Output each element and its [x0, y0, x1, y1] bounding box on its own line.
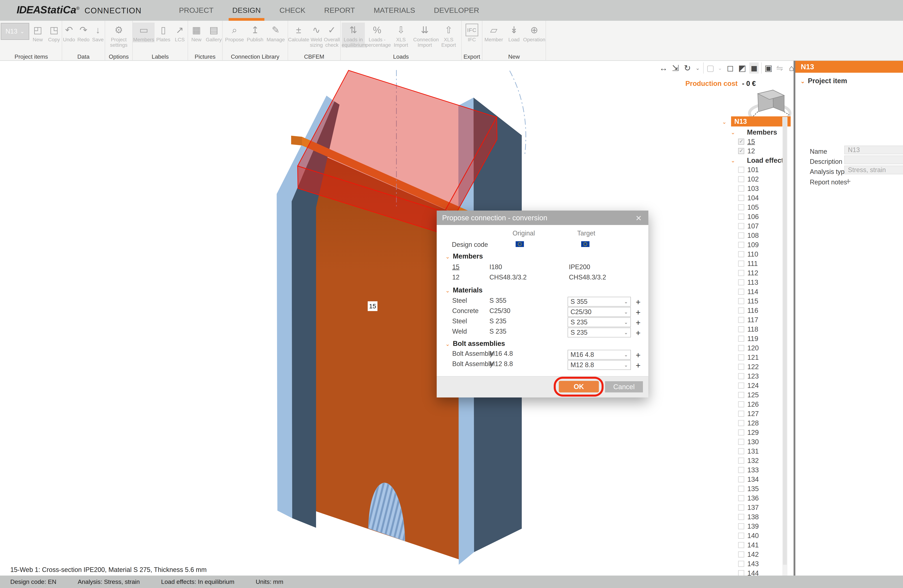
tree-load-effect-item[interactable]: 104: [721, 193, 791, 202]
ribbon-button[interactable]: ⊕Operation: [523, 22, 546, 42]
material-target-select[interactable]: S 355⌄: [568, 297, 631, 307]
load-effect-checkbox[interactable]: [738, 486, 744, 492]
tree-load-effect-item[interactable]: 136: [721, 494, 791, 503]
tree-node-n13-label[interactable]: N13: [731, 116, 791, 127]
viewport-tool-icon[interactable]: ⌂: [787, 63, 794, 74]
tree-load-effect-item[interactable]: 142: [721, 550, 791, 559]
tree-load-effect-item[interactable]: 110: [721, 249, 791, 259]
load-effect-checkbox[interactable]: [738, 223, 744, 229]
ribbon-button[interactable]: ↡Load: [506, 22, 522, 42]
tree-group-members[interactable]: ⌄ Members: [721, 127, 791, 137]
ribbon-button[interactable]: ✓Overall check: [324, 22, 340, 48]
tree-load-effect-item[interactable]: 141: [721, 540, 791, 550]
load-effect-checkbox[interactable]: [738, 383, 744, 389]
tree-node-n13[interactable]: ⌄ N13: [721, 116, 791, 127]
member-id[interactable]: 15: [452, 263, 459, 271]
tree-load-effect-item[interactable]: 138: [721, 512, 791, 522]
section-materials[interactable]: ⌄Materials: [445, 286, 483, 294]
section-project-item[interactable]: ⌄Project item: [801, 77, 847, 85]
load-effect-checkbox[interactable]: [738, 458, 744, 464]
tree-scrollbar-thumb[interactable]: [783, 117, 787, 565]
load-effect-checkbox[interactable]: [738, 307, 744, 314]
load-effect-checkbox[interactable]: [738, 364, 744, 370]
ribbon-button[interactable]: ⇧XLS Export: [437, 22, 460, 48]
load-effect-checkbox[interactable]: [738, 542, 744, 548]
tree-group-load-effects[interactable]: ⌄ Load effects: [721, 156, 791, 165]
load-effect-checkbox[interactable]: [738, 420, 744, 426]
load-effect-checkbox[interactable]: [738, 317, 744, 323]
viewport-tool-icon[interactable]: ◻: [725, 63, 735, 74]
tree-load-effect-item[interactable]: 134: [721, 475, 791, 484]
member-checkbox[interactable]: [738, 148, 744, 154]
load-effect-checkbox[interactable]: [738, 373, 744, 379]
tree-load-effect-item[interactable]: 109: [721, 240, 791, 249]
ribbon-button[interactable]: ±Calculate: [288, 22, 309, 48]
add-material-button[interactable]: +: [636, 297, 640, 307]
load-effect-checkbox[interactable]: [738, 533, 744, 539]
tree-load-effect-item[interactable]: 126: [721, 400, 791, 409]
tree-load-effect-item[interactable]: 113: [721, 278, 791, 287]
bolt-target-select[interactable]: M16 4.8⌄: [568, 350, 631, 359]
viewport-tool-icon[interactable]: ⌄: [695, 63, 701, 74]
load-effect-checkbox[interactable]: [738, 185, 744, 191]
ribbon-button[interactable]: ⇊Connection Import: [413, 22, 436, 48]
tree-load-effect-item[interactable]: 135: [721, 484, 791, 494]
ok-button[interactable]: OK: [559, 381, 599, 392]
tree-load-effect-item[interactable]: 137: [721, 503, 791, 512]
tree-load-effect-item[interactable]: 111: [721, 259, 791, 268]
material-target-select[interactable]: C25/30⌄: [568, 307, 631, 317]
tree-load-effect-item[interactable]: 125: [721, 390, 791, 400]
viewport-tool-icon[interactable]: ◼: [749, 63, 759, 74]
menu-tab[interactable]: DEVELOPER: [433, 0, 480, 21]
viewport-tool-icon[interactable]: ⌄: [717, 63, 723, 74]
tree-load-effect-item[interactable]: 105: [721, 202, 791, 212]
tree-load-effect-item[interactable]: 139: [721, 522, 791, 531]
load-effect-checkbox[interactable]: [738, 392, 744, 398]
menu-tab[interactable]: DESIGN: [231, 0, 262, 21]
ribbon-button[interactable]: ⇅Loads in equilibrium: [342, 22, 365, 48]
load-effect-checkbox[interactable]: [738, 448, 744, 454]
cancel-button[interactable]: Cancel: [605, 381, 643, 392]
3d-viewport[interactable]: 15 ↔⇲↻⌄▢⌄◻◩◼▣⇋⌂ Production cost - 0 € 15…: [0, 61, 794, 575]
panel-splitter[interactable]: [794, 61, 795, 575]
chevron-down-icon[interactable]: ⌄: [731, 157, 735, 164]
ribbon-button[interactable]: ↥Publish: [247, 22, 263, 42]
tree-load-effect-item[interactable]: 128: [721, 419, 791, 428]
section-bolt-assemblies[interactable]: ⌄Bolt assemblies: [445, 340, 505, 348]
ribbon-button[interactable]: ▤Gallery: [206, 22, 222, 42]
menu-tab[interactable]: CHECK: [278, 0, 307, 21]
ribbon-button[interactable]: ✎Manage: [264, 22, 287, 42]
section-members[interactable]: ⌄Members: [445, 252, 483, 260]
viewport-tool-icon[interactable]: ⇲: [671, 63, 680, 74]
tree-scrollbar[interactable]: [782, 117, 787, 575]
load-effect-checkbox[interactable]: [738, 279, 744, 285]
description-field[interactable]: [844, 155, 903, 164]
load-effect-checkbox[interactable]: [738, 260, 744, 267]
load-effect-checkbox[interactable]: [738, 476, 744, 483]
ribbon-button[interactable]: ▯Plates: [155, 22, 171, 42]
load-effect-checkbox[interactable]: [738, 298, 744, 304]
load-effect-checkbox[interactable]: [738, 523, 744, 529]
ribbon-button[interactable]: ◳Copy: [46, 22, 62, 42]
ribbon-button[interactable]: N13: [1, 22, 29, 42]
tree-load-effect-item[interactable]: 107: [721, 221, 791, 231]
load-effect-checkbox[interactable]: [738, 354, 744, 361]
add-bolt-button[interactable]: +: [636, 350, 640, 360]
tree-load-effect-item[interactable]: 114: [721, 287, 791, 296]
chevron-down-icon[interactable]: ⌄: [722, 119, 727, 125]
member-id[interactable]: 12: [452, 273, 459, 281]
add-bolt-button[interactable]: +: [636, 361, 640, 370]
tree-load-effect-item[interactable]: 121: [721, 353, 791, 362]
tree-member-item[interactable]: 15: [721, 137, 791, 146]
load-effect-checkbox[interactable]: [738, 176, 744, 182]
load-effect-checkbox[interactable]: [738, 195, 744, 201]
menu-tab[interactable]: REPORT: [323, 0, 356, 21]
tree-member-item[interactable]: 12: [721, 146, 791, 156]
viewport-tool-icon[interactable]: ↻: [683, 63, 692, 74]
tree-load-effect-item[interactable]: 116: [721, 306, 791, 315]
ribbon-button[interactable]: ⌕Propose: [223, 22, 246, 42]
tree-load-effect-item[interactable]: 122: [721, 362, 791, 372]
load-effect-checkbox[interactable]: [738, 401, 744, 408]
ribbon-button[interactable]: ◰New: [30, 22, 46, 42]
tree-load-effect-item[interactable]: 124: [721, 381, 791, 390]
